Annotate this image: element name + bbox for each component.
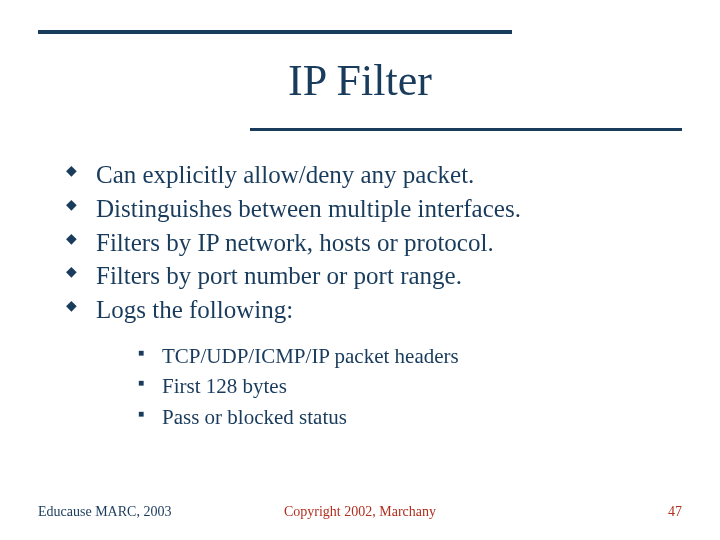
bullet-item: Can explicitly allow/deny any packet. xyxy=(60,158,660,192)
sub-bullet-item: TCP/UDP/ICMP/IP packet headers xyxy=(136,341,660,371)
footer-center: Copyright 2002, Marchany xyxy=(284,504,436,520)
bullet-item: Logs the following: xyxy=(60,293,660,327)
footer-page-number: 47 xyxy=(668,504,682,520)
sub-bullet-item: Pass or blocked status xyxy=(136,402,660,432)
mid-rule xyxy=(250,128,682,131)
slide-title: IP Filter xyxy=(0,55,720,106)
bullet-item: Filters by port number or port range. xyxy=(60,259,660,293)
bullet-item: Filters by IP network, hosts or protocol… xyxy=(60,226,660,260)
top-rule xyxy=(38,30,512,34)
bullet-item: Distinguishes between multiple interface… xyxy=(60,192,660,226)
main-bullet-list: Can explicitly allow/deny any packet. Di… xyxy=(60,158,660,327)
slide-footer: Educause MARC, 2003 Copyright 2002, Marc… xyxy=(38,504,682,520)
sub-bullet-item: First 128 bytes xyxy=(136,371,660,401)
sub-bullet-list: TCP/UDP/ICMP/IP packet headers First 128… xyxy=(136,341,660,432)
slide-content: Can explicitly allow/deny any packet. Di… xyxy=(60,158,660,432)
footer-left: Educause MARC, 2003 xyxy=(38,504,171,520)
